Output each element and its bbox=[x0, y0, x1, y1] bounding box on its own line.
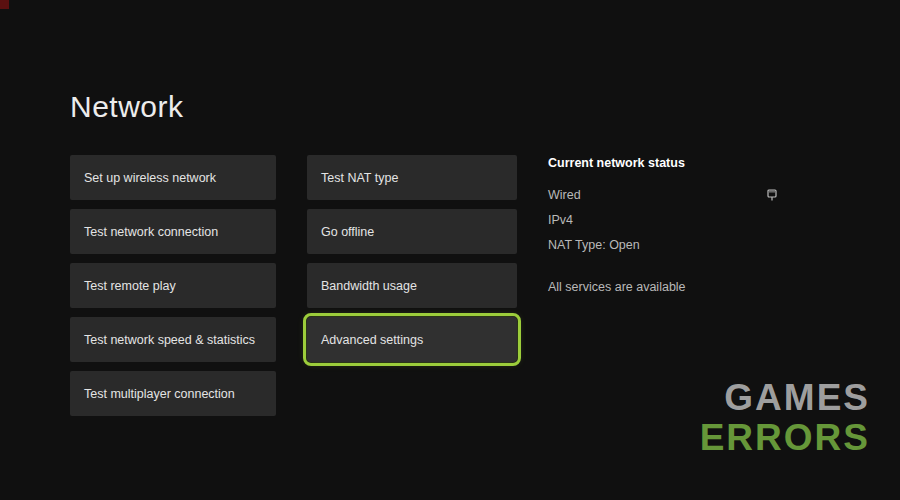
menu-item-bandwidth-usage[interactable]: Bandwidth usage bbox=[307, 263, 517, 308]
corner-artifact bbox=[0, 0, 9, 9]
connection-type-label: Wired bbox=[548, 188, 581, 202]
connection-type-row: Wired bbox=[548, 188, 778, 202]
menu-column-middle: Test NAT type Go offline Bandwidth usage… bbox=[307, 155, 517, 362]
menu-item-test-network-connection[interactable]: Test network connection bbox=[70, 209, 276, 254]
watermark-line1: GAMES bbox=[700, 378, 870, 418]
ip-version-label: IPv4 bbox=[548, 213, 778, 227]
menu-item-advanced-settings[interactable]: Advanced settings bbox=[307, 317, 517, 362]
status-panel-title: Current network status bbox=[548, 156, 778, 170]
network-status-panel: Current network status Wired IPv4 NAT Ty… bbox=[548, 156, 778, 305]
menu-item-test-remote-play[interactable]: Test remote play bbox=[70, 263, 276, 308]
menu-column-left: Set up wireless network Test network con… bbox=[70, 155, 276, 416]
page-title: Network bbox=[70, 90, 184, 124]
menu-item-test-network-speed-statistics[interactable]: Test network speed & statistics bbox=[70, 317, 276, 362]
menu-item-test-multiplayer-connection[interactable]: Test multiplayer connection bbox=[70, 371, 276, 416]
nat-type-label: NAT Type: Open bbox=[548, 238, 778, 252]
menu-item-test-nat-type[interactable]: Test NAT type bbox=[307, 155, 517, 200]
services-status-label: All services are available bbox=[548, 280, 778, 294]
network-settings-screen: Network Set up wireless network Test net… bbox=[0, 0, 900, 500]
games-errors-watermark: GAMES ERRORS bbox=[700, 378, 870, 458]
ethernet-icon bbox=[766, 189, 778, 202]
watermark-line2: ERRORS bbox=[700, 418, 870, 458]
menu-item-set-up-wireless-network[interactable]: Set up wireless network bbox=[70, 155, 276, 200]
menu-item-go-offline[interactable]: Go offline bbox=[307, 209, 517, 254]
